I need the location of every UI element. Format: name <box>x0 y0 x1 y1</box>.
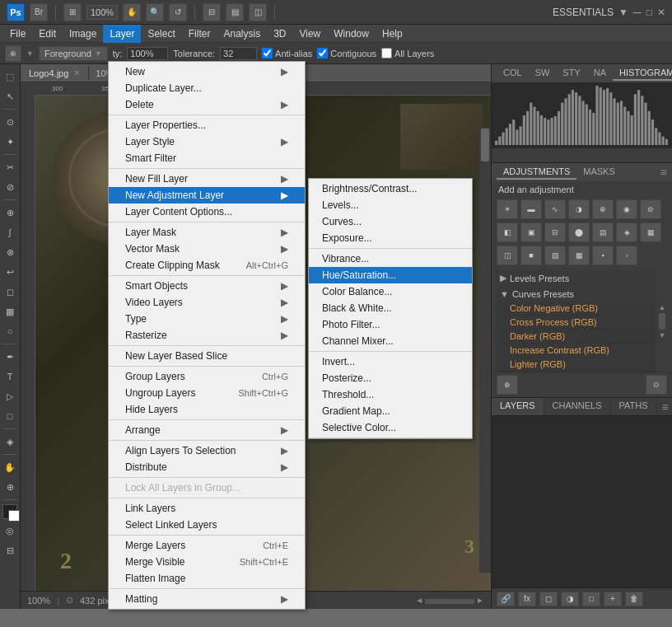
tool-dodge[interactable]: ○ <box>1 322 19 340</box>
menu-image[interactable]: Image <box>63 25 103 43</box>
tool-path[interactable]: ▷ <box>1 387 19 405</box>
tab-layers[interactable]: LAYERS <box>492 398 544 415</box>
bridge-icon[interactable]: Br <box>30 3 48 21</box>
presets-scroll[interactable]: Color Negative (RGB) Cross Process (RGB)… <box>497 302 656 372</box>
tool-eyedropper[interactable]: ⊘ <box>1 178 19 196</box>
delete-layer-btn[interactable]: 🗑 <box>625 592 643 606</box>
tab-na[interactable]: NA <box>587 66 613 81</box>
menu-layer[interactable]: Layer <box>103 25 141 43</box>
tab-sty[interactable]: STY <box>556 66 586 81</box>
minimize-btn[interactable]: ─ <box>633 6 642 19</box>
submenu-exposure[interactable]: Exposure... <box>309 230 472 246</box>
fx-btn[interactable]: fx <box>518 592 536 606</box>
menu-layer-style[interactable]: Layer Style▶ <box>109 133 305 150</box>
submenu-vibrance[interactable]: Vibrance... <box>309 250 472 267</box>
menu-video-layers[interactable]: Video Layers▶ <box>109 294 305 311</box>
tab-adjustments[interactable]: ADJUSTMENTS <box>497 165 576 180</box>
menu-ungroup-layers[interactable]: Ungroup LayersShift+Ctrl+G <box>109 385 305 401</box>
submenu-brightness-contrast[interactable]: Brightness/Contrast... <box>309 180 472 197</box>
scrollbar-thumb[interactable] <box>481 129 489 161</box>
layout-icon[interactable]: ⊟ <box>203 3 221 21</box>
tab-col[interactable]: COL <box>497 66 529 81</box>
tool-dropdown-icon[interactable]: ▼ <box>26 49 34 58</box>
levels-presets-header[interactable]: ▶ Levels Presets <box>497 270 656 286</box>
menu-group-layers[interactable]: Group LayersCtrl+G <box>109 368 305 385</box>
tab-histogram[interactable]: HISTOGRAM <box>613 66 672 81</box>
preset-color-negative[interactable]: Color Negative (RGB) <box>497 302 656 316</box>
selective-color-icon[interactable]: ◫ <box>497 246 518 265</box>
curves-icon[interactable]: ∿ <box>544 199 566 219</box>
gradient-map-icon[interactable]: ▦ <box>640 222 661 242</box>
hand-tool-icon[interactable]: ✋ <box>123 3 141 21</box>
menu-layer-content-options[interactable]: Layer Content Options... <box>109 204 305 220</box>
mask-btn[interactable]: ◻ <box>539 592 558 606</box>
view-mode-icon[interactable]: ⊞ <box>63 3 82 21</box>
tool-history[interactable]: ↩ <box>1 263 19 281</box>
screen-icon[interactable]: ▤ <box>226 3 244 21</box>
preset-increase-contrast[interactable]: Increase Contrast (RGB) <box>497 344 656 358</box>
horizontal-scrollbar[interactable] <box>425 599 474 604</box>
menu-hide-layers[interactable]: Hide Layers <box>109 401 305 418</box>
photo-filter-icon[interactable]: ▣ <box>520 222 542 242</box>
tool-eraser[interactable]: ◻ <box>1 283 19 301</box>
menu-select[interactable]: Select <box>141 25 181 43</box>
preset-darker[interactable]: Darker (RGB) <box>497 330 656 344</box>
anti-alias-check[interactable]: Anti-alias <box>262 48 312 58</box>
extra-icon[interactable]: ◫ <box>249 3 267 21</box>
submenu-threshold[interactable]: Threshold... <box>309 386 472 403</box>
submenu-levels[interactable]: Levels... <box>309 197 472 213</box>
submenu-posterize[interactable]: Posterize... <box>309 370 472 386</box>
zoom-tool-icon[interactable]: 🔍 <box>146 3 164 21</box>
contiguous-check[interactable]: Contiguous <box>317 48 376 58</box>
tool-stamp[interactable]: ⊗ <box>1 243 19 261</box>
preset-cross-process[interactable]: Cross Process (RGB) <box>497 316 656 330</box>
brightness-icon[interactable]: ☀ <box>497 199 518 219</box>
workspace-dropdown[interactable]: ▼ <box>618 7 628 18</box>
vibrance-icon[interactable]: ⊕ <box>592 199 614 219</box>
menu-new-adjustment-layer[interactable]: New Adjustment Layer▶ <box>109 187 305 204</box>
color-balance-icon[interactable]: ⊜ <box>640 199 661 219</box>
tab-masks[interactable]: MASKS <box>576 165 622 180</box>
tab-close[interactable]: ✕ <box>73 68 80 77</box>
submenu-selective-color[interactable]: Selective Color... <box>309 419 472 436</box>
menu-distribute[interactable]: Distribute▶ <box>109 459 305 475</box>
tool-magic-wand[interactable]: ✦ <box>1 133 19 151</box>
restore-btn[interactable]: □ <box>646 7 652 18</box>
tool-healing[interactable]: ⊕ <box>1 204 19 222</box>
screen-mode-btn[interactable]: ⊟ <box>1 541 19 559</box>
channel-mixer-icon[interactable]: ⊟ <box>544 222 566 242</box>
opacity-input[interactable] <box>127 47 168 60</box>
preset-lighter[interactable]: Lighter (RGB) <box>497 358 656 372</box>
menu-edit[interactable]: Edit <box>32 25 63 43</box>
magic-wand-icon[interactable]: ⊕ <box>5 45 21 62</box>
menu-matting[interactable]: Matting▶ <box>109 591 305 607</box>
menu-link-layers[interactable]: Link Layers <box>109 500 305 517</box>
adj-bottom-icon2[interactable]: ⊙ <box>646 375 667 395</box>
invert-icon[interactable]: ⬤ <box>568 222 590 242</box>
close-btn[interactable]: ✕ <box>657 7 665 18</box>
scroll-right[interactable]: ► <box>476 596 484 605</box>
menu-vector-mask[interactable]: Vector Mask▶ <box>109 241 305 257</box>
levels-icon[interactable]: ▬ <box>520 199 542 219</box>
menu-rasterize[interactable]: Rasterize▶ <box>109 327 305 344</box>
vertical-scrollbar[interactable] <box>479 127 491 573</box>
menu-type[interactable]: Type▶ <box>109 311 305 327</box>
menu-file[interactable]: File <box>3 25 32 43</box>
menu-smart-filter[interactable]: Smart Filter <box>109 150 305 166</box>
adj-extra3[interactable]: ▩ <box>568 246 590 265</box>
menu-delete[interactable]: Delete▶ <box>109 96 305 113</box>
tool-zoom[interactable]: ⊕ <box>1 478 19 496</box>
tool-shape[interactable]: □ <box>1 407 19 425</box>
hue-sat-icon[interactable]: ◉ <box>616 199 637 219</box>
all-layers-check[interactable]: All Layers <box>381 48 434 58</box>
menu-arrange[interactable]: Arrange▶ <box>109 422 305 438</box>
submenu-color-balance[interactable]: Color Balance... <box>309 283 472 300</box>
tool-crop[interactable]: ✂ <box>1 158 19 176</box>
foreground-color[interactable]: Foreground▼ <box>39 46 108 61</box>
posterize-icon[interactable]: ▤ <box>592 222 614 242</box>
menu-analysis[interactable]: Analysis <box>217 25 267 43</box>
tool-lasso[interactable]: ⊙ <box>1 113 19 131</box>
menu-view[interactable]: View <box>292 25 327 43</box>
group-btn[interactable]: □ <box>582 592 600 606</box>
menu-window[interactable]: Window <box>327 25 376 43</box>
